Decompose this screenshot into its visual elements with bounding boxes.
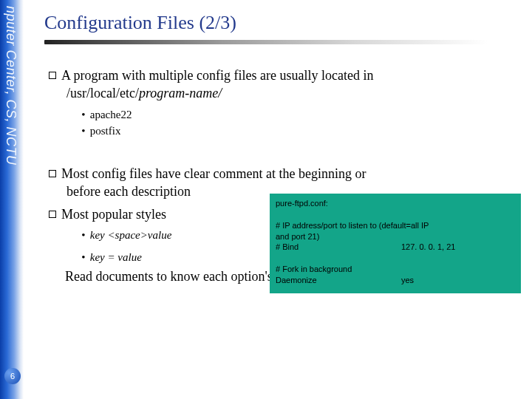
bullet-box-icon bbox=[49, 211, 56, 218]
sidebar-text: nputer Center, CS, NCTU bbox=[0, 6, 22, 353]
sub-key-equals-text: key = value bbox=[90, 251, 142, 263]
code-bind-val: 127. 0. 0. 1, 21 bbox=[401, 242, 515, 253]
bullet-box-icon bbox=[49, 72, 56, 79]
bullet-1: A program with multiple config files are… bbox=[49, 66, 517, 103]
slide: nputer Center, CS, NCTU 6 Configuration … bbox=[0, 0, 532, 399]
sub-postfix-text: postfix bbox=[90, 125, 121, 137]
code-fork-comment: # Fork in background bbox=[276, 264, 515, 275]
code-blank bbox=[276, 209, 515, 220]
code-ip-comment-1: # IP address/port to listen to (default=… bbox=[276, 220, 515, 231]
sub-postfix: • postfix bbox=[80, 123, 517, 138]
config-example-box: pure-ftpd.conf: # IP address/port to lis… bbox=[270, 194, 521, 293]
bullet-dot-icon: • bbox=[80, 228, 87, 242]
bullet-1-sublist: • apache22 • postfix bbox=[80, 107, 517, 139]
bullet-dot-icon: • bbox=[80, 123, 87, 138]
code-daemonize-key: Daemonize bbox=[276, 275, 401, 286]
bullet-1-line2: /usr/local/etc/program-name/ bbox=[66, 84, 517, 102]
code-bind-key: # Bind bbox=[276, 242, 401, 253]
page-number: 6 bbox=[10, 372, 15, 381]
code-blank2 bbox=[276, 253, 515, 264]
sub-apache22: • apache22 bbox=[80, 107, 517, 122]
sub-key-space-text: key <space>value bbox=[90, 229, 172, 241]
bullet-dot-icon: • bbox=[80, 250, 87, 265]
bullet-3-text: Most popular styles bbox=[61, 207, 166, 222]
bullet-1-path-plain: /usr/local/etc/ bbox=[66, 86, 139, 100]
code-daemonize-val: yes bbox=[401, 275, 515, 286]
bullet-2-line1: Most config files have clear comment at … bbox=[61, 166, 366, 181]
slide-title: Configuration Files (2/3) bbox=[44, 12, 517, 34]
page-number-badge: 6 bbox=[4, 368, 21, 384]
code-bind-row: # Bind 127. 0. 0. 1, 21 bbox=[276, 242, 515, 253]
bullet-dot-icon: • bbox=[80, 107, 87, 122]
sub-apache22-text: apache22 bbox=[90, 109, 132, 120]
bullet-1-path-italic: program-name/ bbox=[139, 86, 222, 100]
title-underline bbox=[44, 40, 488, 44]
code-ip-comment-2: and port 21) bbox=[276, 231, 515, 242]
code-daemonize-row: Daemonize yes bbox=[276, 275, 515, 286]
bullet-box-icon bbox=[49, 170, 56, 177]
bullet-1-text: A program with multiple config files are… bbox=[61, 68, 373, 83]
code-filename: pure-ftpd.conf: bbox=[276, 198, 515, 209]
